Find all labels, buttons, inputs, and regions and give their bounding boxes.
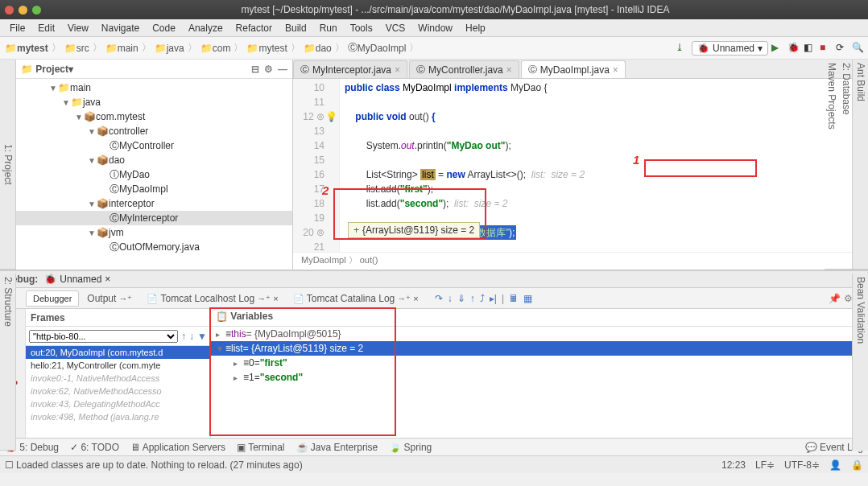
left-tool-stripe-lower: 2: Structure Favorites Web xyxy=(0,274,16,451)
menu-file[interactable]: File xyxy=(3,21,31,35)
menu-refactor[interactable]: Refactor xyxy=(229,21,279,35)
tab-mydaoimpl[interactable]: Ⓒ MyDaoImpl.java × xyxy=(521,60,626,78)
frame-row[interactable]: out:20, MyDaoImpl (com.mytest.d xyxy=(26,346,210,359)
crumb-com[interactable]: 📁 com xyxy=(199,43,233,54)
lock-icon[interactable]: 🔒 xyxy=(851,459,863,471)
frame-row[interactable]: hello:21, MyController (com.myte xyxy=(26,359,210,372)
tool-spring[interactable]: 🍃 Spring xyxy=(389,442,432,453)
code-area[interactable]: 101112 ⊚1314151617181920 ⊚21 💡 public cl… xyxy=(293,79,852,252)
close-icon[interactable]: × xyxy=(506,64,512,76)
tool-antbuild[interactable]: Ant Build xyxy=(854,60,868,270)
gear-icon[interactable]: ⚙ xyxy=(264,64,273,75)
line-separator[interactable]: LF≑ xyxy=(755,459,775,471)
pin-icon[interactable]: 📌 xyxy=(829,293,841,304)
minimize-window-icon[interactable] xyxy=(19,6,27,14)
layout-icon[interactable]: ▦ xyxy=(523,293,532,304)
editor-breadcrumb[interactable]: MyDaoImpl 〉 out() xyxy=(293,252,852,270)
build-icon[interactable]: ⤓ xyxy=(676,42,688,55)
menu-run[interactable]: Run xyxy=(313,21,344,35)
tab-myinterceptor[interactable]: Ⓒ MyInterceptor.java × xyxy=(293,60,407,78)
menu-vcs[interactable]: VCS xyxy=(379,21,412,35)
var-row-item[interactable]: ▸ ≡ 0 = "first" xyxy=(211,356,868,370)
crumb-main[interactable]: 📁 main xyxy=(104,43,140,54)
menu-analyze[interactable]: Analyze xyxy=(182,21,229,35)
frame-row[interactable]: invoke:498, Method (java.lang.re xyxy=(26,410,210,423)
force-step-into-icon[interactable]: ⇓ xyxy=(457,293,465,304)
var-row-this[interactable]: ▸ ≡ this = {MyDaoImpl@5015} xyxy=(211,327,868,341)
frame-row[interactable]: invoke0:-1, NativeMethodAccess xyxy=(26,372,210,385)
maximize-window-icon[interactable] xyxy=(32,6,41,14)
menu-tools[interactable]: Tools xyxy=(344,21,379,35)
project-panel-title: 📁 Project xyxy=(21,64,68,75)
collapse-all-icon[interactable]: ⊟ xyxy=(251,64,259,75)
main-menu: File Edit View Navigate Code Analyze Ref… xyxy=(0,19,868,37)
var-row-list[interactable]: ▼ ≡ list = {ArrayList@5119} size = 2 xyxy=(211,341,868,356)
tab-mycontroller[interactable]: Ⓒ MyController.java × xyxy=(409,60,519,78)
menu-window[interactable]: Window xyxy=(411,21,459,35)
menu-edit[interactable]: Edit xyxy=(31,21,61,35)
step-into-icon[interactable]: ↓ xyxy=(448,293,453,304)
prev-frame-icon[interactable]: ↑ xyxy=(181,331,186,342)
frame-row[interactable]: invoke:62, NativeMethodAccesso xyxy=(26,385,210,397)
coverage-icon[interactable]: ◧ xyxy=(804,42,816,55)
inspection-icon[interactable]: 👤 xyxy=(829,459,841,471)
status-bar: ☐ Loaded classes are up to date. Nothing… xyxy=(0,455,868,473)
menu-code[interactable]: Code xyxy=(146,21,182,35)
project-tree[interactable]: ▼📁 main ▼📁 java ▼📦 com.mytest ▼📦 control… xyxy=(16,79,292,270)
filter-icon[interactable]: ▼ xyxy=(197,331,207,342)
thread-dropdown[interactable]: "http-bio-80... xyxy=(29,330,178,343)
tab-debugger[interactable]: Debugger xyxy=(26,290,79,307)
tool-todo[interactable]: ✓ 6: TODO xyxy=(70,442,119,453)
step-out-icon[interactable]: ↑ xyxy=(470,293,475,304)
update-icon[interactable]: ⟳ xyxy=(836,42,849,55)
crumb-mytest[interactable]: 📁 mytest xyxy=(245,43,288,54)
debug-head: Debug: 🐞 Unnamed × xyxy=(0,270,868,288)
inline-value-popup[interactable]: + {ArrayList@5119} size = 2 xyxy=(348,222,480,238)
tool-project[interactable]: 1: Project xyxy=(1,60,15,270)
drop-frame-icon[interactable]: ⤴ xyxy=(480,293,485,304)
tool-javaee[interactable]: ☕ Java Enterprise xyxy=(296,442,378,453)
crumb-file[interactable]: Ⓒ MyDaoImpl xyxy=(346,41,408,55)
search-everywhere-icon[interactable]: 🔍 xyxy=(852,42,865,55)
tab-tomcat-catalina[interactable]: 📄 Tomcat Catalina Log →⁺ × xyxy=(287,290,425,307)
tool-terminal[interactable]: ▣ Terminal xyxy=(237,442,284,453)
tool-structure[interactable]: 2: Structure xyxy=(1,274,15,451)
close-window-icon[interactable] xyxy=(5,6,14,14)
menu-view[interactable]: View xyxy=(61,21,95,35)
crumb-java[interactable]: 📁 java xyxy=(153,43,186,54)
code-lines[interactable]: public class MyDaoImpl implements MyDao … xyxy=(340,79,852,241)
debug-icon[interactable]: 🐞 xyxy=(787,42,800,55)
next-frame-icon[interactable]: ↓ xyxy=(189,331,194,342)
menu-navigate[interactable]: Navigate xyxy=(95,21,146,35)
tool-beanvalidation[interactable]: Bean Validation xyxy=(854,274,868,451)
run-icon[interactable]: ▶ xyxy=(771,42,784,55)
file-encoding[interactable]: UTF-8≑ xyxy=(784,459,820,471)
evaluate-icon[interactable]: 🖩 xyxy=(509,293,519,304)
status-indicator-icon[interactable]: ☐ xyxy=(5,459,14,471)
stop-icon[interactable]: ■ xyxy=(820,42,833,55)
run-config-dropdown[interactable]: 🐞 Unnamed ▾ xyxy=(692,41,768,56)
hide-icon[interactable]: — xyxy=(278,64,287,75)
tool-appservers[interactable]: 🖥 Application Servers xyxy=(130,442,225,453)
gutter[interactable]: 101112 ⊚1314151617181920 ⊚21 💡 xyxy=(293,79,340,252)
intention-bulb-icon[interactable]: 💡 xyxy=(325,109,337,124)
settings-icon[interactable]: ⚙ xyxy=(844,293,853,304)
tab-output[interactable]: Output →⁺ xyxy=(81,290,138,307)
crumb-project[interactable]: 📁 mytest xyxy=(3,43,50,54)
menu-help[interactable]: Help xyxy=(459,21,492,35)
tab-tomcat-localhost[interactable]: 📄 Tomcat Localhost Log →⁺ × xyxy=(140,290,284,307)
variables-panel: 📋 Variables ▸ ≡ this = {MyDaoImpl@5015} … xyxy=(211,309,868,438)
frame-row[interactable]: invoke:43, DelegatingMethodAcc xyxy=(26,397,210,410)
step-over-icon[interactable]: ↷ xyxy=(435,293,443,304)
crumb-src[interactable]: 📁 src xyxy=(63,43,91,54)
debug-config-tab[interactable]: 🐞 Unnamed × xyxy=(44,274,110,285)
crumb-dao[interactable]: 📁 dao xyxy=(302,43,333,54)
run-to-cursor-icon[interactable]: ▸| xyxy=(490,293,497,304)
var-row-item[interactable]: ▸ ≡ 1 = "second" xyxy=(211,370,868,385)
tool-favorites[interactable]: Favorites xyxy=(0,274,1,451)
close-icon[interactable]: × xyxy=(613,64,618,76)
caret-position[interactable]: 12:23 xyxy=(721,459,746,471)
close-icon[interactable]: × xyxy=(395,64,400,76)
tool-learn[interactable]: Learn xyxy=(0,60,1,270)
menu-build[interactable]: Build xyxy=(279,21,313,35)
